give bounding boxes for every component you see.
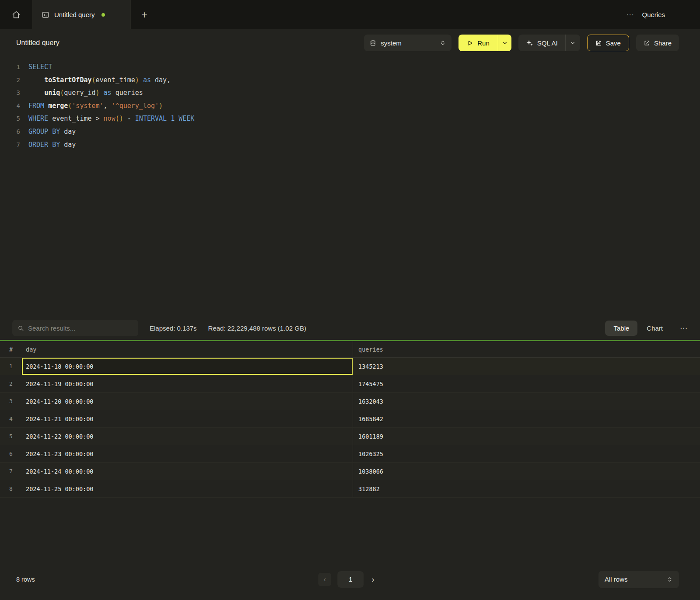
header-actions: system Run SQL AI (364, 35, 679, 51)
sql-ai-button[interactable]: SQL AI (518, 35, 565, 51)
cell-day[interactable]: 2024-11-21 00:00:00 (22, 410, 353, 427)
code-line[interactable]: 6GROUP BY day (0, 126, 700, 139)
database-icon (370, 40, 376, 46)
line-number: 6 (0, 126, 20, 139)
search-icon (18, 325, 24, 331)
save-icon (595, 40, 602, 46)
row-number: 8 (0, 480, 22, 497)
line-number: 4 (0, 100, 20, 113)
cell-day[interactable]: 2024-11-18 00:00:00 (22, 358, 353, 375)
table-row: 42024-11-21 00:00:001685842 (0, 410, 700, 428)
line-number: 1 (0, 61, 20, 74)
column-header-queries[interactable]: queries (353, 346, 700, 353)
code-line[interactable]: 2 toStartOfDay(event_time) as day, (0, 74, 700, 87)
cell-queries[interactable]: 1601189 (353, 428, 700, 445)
tab-untitled-query[interactable]: Untitled query (33, 0, 131, 29)
database-selector[interactable]: system (364, 35, 452, 51)
share-button-label: Share (654, 39, 672, 47)
table-row: 62024-11-23 00:00:001026325 (0, 445, 700, 463)
line-number: 5 (0, 112, 20, 126)
sql-ai-options-button[interactable] (565, 35, 580, 51)
code-line[interactable]: 5WHERE event_time > now() - INTERVAL 1 W… (0, 112, 700, 126)
cell-queries[interactable]: 1745475 (353, 375, 700, 392)
view-table-button[interactable]: Table (605, 321, 637, 336)
cell-queries[interactable]: 1026325 (353, 445, 700, 462)
line-number: 7 (0, 139, 20, 152)
tab-label: Untitled query (54, 11, 95, 18)
code-text: WHERE event_time > now() - INTERVAL 1 WE… (28, 112, 194, 126)
sql-ai-button-group: SQL AI (518, 35, 580, 51)
search-results-input[interactable] (28, 324, 133, 332)
code-line[interactable]: 7ORDER BY day (0, 139, 700, 152)
search-box (12, 320, 138, 336)
cell-queries[interactable]: 1685842 (353, 410, 700, 427)
tab-bar-more-button[interactable]: ⋯ (626, 10, 634, 19)
cell-queries[interactable]: 1345213 (353, 358, 700, 375)
rows-per-page-value: All rows (605, 576, 628, 583)
view-chart-button[interactable]: Chart (638, 321, 671, 336)
cell-queries[interactable]: 1038066 (353, 463, 700, 480)
new-tab-button[interactable]: + (131, 0, 158, 29)
results-table-body: 12024-11-18 00:00:00134521322024-11-19 0… (0, 358, 700, 498)
results-footer: 8 rows ‹ 1 › All rows (0, 558, 700, 600)
save-button-label: Save (606, 39, 621, 47)
home-icon (12, 10, 21, 19)
cell-day[interactable]: 2024-11-23 00:00:00 (22, 445, 353, 462)
chevron-down-icon (502, 40, 508, 45)
sparkles-icon (526, 39, 533, 47)
database-selector-value: system (381, 39, 402, 47)
code-line[interactable]: 3 uniq(query_id) as queries (0, 87, 700, 100)
rows-per-page-select[interactable]: All rows (598, 571, 679, 588)
code-text: SELECT (28, 61, 52, 74)
row-number: 6 (0, 445, 22, 462)
run-button-group: Run (458, 35, 511, 51)
play-icon (467, 40, 473, 46)
cell-queries[interactable]: 1632043 (353, 393, 700, 410)
results-table: # day queries 12024-11-18 00:00:00134521… (0, 341, 700, 558)
page-title: Untitled query (16, 39, 60, 47)
query-header: Untitled query system Run (0, 29, 700, 56)
view-toggle: Table Chart (605, 321, 671, 336)
run-options-button[interactable] (498, 35, 511, 51)
previous-page-button[interactable]: ‹ (318, 573, 331, 586)
elapsed-time: Elapsed: 0.137s (150, 324, 197, 332)
sql-ai-button-label: SQL AI (537, 39, 558, 47)
cell-day[interactable]: 2024-11-22 00:00:00 (22, 428, 353, 445)
code-line[interactable]: 4FROM merge('system', '^query_log') (0, 100, 700, 113)
line-number: 3 (0, 87, 20, 100)
queries-button[interactable]: Queries (642, 11, 665, 18)
save-button[interactable]: Save (587, 35, 629, 51)
code-text: ORDER BY day (28, 139, 76, 152)
cell-day[interactable]: 2024-11-25 00:00:00 (22, 480, 353, 497)
cell-day[interactable]: 2024-11-24 00:00:00 (22, 463, 353, 480)
table-row: 72024-11-24 00:00:001038066 (0, 463, 700, 480)
row-number: 4 (0, 410, 22, 427)
row-number: 7 (0, 463, 22, 480)
column-header-day[interactable]: day (22, 341, 353, 357)
results-more-button[interactable]: ⋯ (680, 324, 688, 333)
pagination: ‹ 1 › (318, 571, 376, 588)
home-button[interactable] (0, 0, 33, 29)
code-text: GROUP BY day (28, 126, 76, 139)
tab-bar-right: ⋯ Queries (626, 0, 700, 29)
chevrons-up-down-icon (667, 576, 673, 583)
row-number: 2 (0, 375, 22, 392)
current-page-button[interactable]: 1 (337, 571, 364, 588)
next-page-button[interactable]: › (370, 573, 376, 586)
chevron-down-icon (570, 40, 575, 45)
cell-queries[interactable]: 312882 (353, 480, 700, 497)
line-number: 2 (0, 74, 20, 87)
code-line[interactable]: 1SELECT (0, 61, 700, 74)
cell-day[interactable]: 2024-11-19 00:00:00 (22, 375, 353, 392)
code-editor[interactable]: 1SELECT2 toStartOfDay(event_time) as day… (0, 56, 700, 316)
column-header-index: # (0, 346, 22, 353)
run-button[interactable]: Run (458, 35, 498, 51)
table-row: 52024-11-22 00:00:001601189 (0, 428, 700, 445)
cell-day[interactable]: 2024-11-20 00:00:00 (22, 393, 353, 410)
read-stats: Read: 22,229,488 rows (1.02 GB) (208, 324, 306, 332)
run-button-label: Run (477, 39, 490, 47)
tab-bar: Untitled query + ⋯ Queries (0, 0, 700, 29)
row-number: 3 (0, 393, 22, 410)
results-view-controls: Table Chart ⋯ (605, 321, 688, 336)
share-button[interactable]: Share (636, 35, 679, 51)
